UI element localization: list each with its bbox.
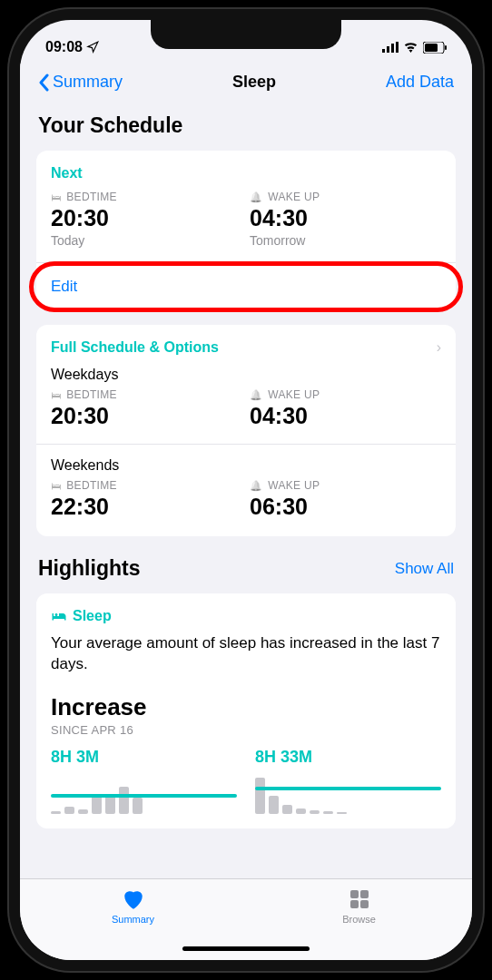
wake-label: WAKE UP (268, 191, 320, 203)
wake-value: 04:30 (250, 205, 441, 231)
full-schedule-link[interactable]: Full Schedule & Options › (51, 339, 441, 356)
highlight-text: Your average amount of sleep has increas… (51, 633, 441, 675)
increase-title: Increase (51, 693, 441, 721)
bell-icon (250, 191, 264, 203)
location-icon (86, 41, 99, 54)
grid-icon (349, 888, 370, 910)
schedule-title: Your Schedule (38, 113, 454, 138)
bell-icon (250, 388, 264, 401)
heart-icon (122, 888, 145, 910)
svg-rect-7 (350, 890, 359, 898)
full-schedule-card: Full Schedule & Options › Weekdays BEDTI… (36, 325, 456, 536)
back-label: Summary (53, 73, 123, 92)
nav-bar: Summary Sleep Add Data (20, 64, 472, 104)
bedtime-sub: Today (51, 233, 242, 248)
weekends-wake-value: 06:30 (250, 494, 441, 520)
tab-browse-label: Browse (342, 914, 376, 925)
sleep-chart: 8H 3M 8H 33M (51, 748, 441, 814)
chevron-right-icon: › (437, 339, 441, 356)
svg-rect-3 (396, 42, 399, 53)
wifi-icon (403, 42, 418, 53)
weekends-wake-label: WAKE UP (268, 479, 320, 492)
tab-bar: Summary Browse (20, 878, 472, 960)
chart-left-avg: 8H 3M (51, 748, 237, 767)
tab-summary-label: Summary (112, 914, 154, 925)
tab-summary[interactable]: Summary (97, 888, 170, 960)
bedtime-value: 20:30 (51, 205, 242, 231)
next-schedule-card: Next BEDTIME 20:30 Today WAKE UP 04:30 T… (36, 151, 456, 310)
svg-rect-9 (350, 900, 359, 908)
svg-rect-1 (387, 46, 389, 53)
weekdays-bedtime-value: 20:30 (51, 403, 242, 429)
weekends-label: Weekends (51, 457, 441, 474)
add-data-button[interactable]: Add Data (386, 73, 454, 92)
weekdays-label: Weekdays (51, 367, 441, 383)
bedtime-label: BEDTIME (66, 191, 116, 203)
back-button[interactable]: Summary (38, 73, 123, 92)
signal-icon (382, 42, 399, 53)
weekdays-bedtime-label: BEDTIME (66, 388, 116, 401)
battery-icon (423, 42, 447, 54)
status-time: 09:08 (45, 39, 83, 55)
svg-rect-10 (360, 900, 369, 908)
wake-sub: Tomorrow (250, 233, 441, 248)
weekends-bedtime-label: BEDTIME (66, 479, 116, 492)
bed-icon (51, 191, 63, 203)
highlight-card[interactable]: Sleep Your average amount of sleep has i… (36, 593, 456, 828)
full-schedule-label: Full Schedule & Options (51, 339, 219, 356)
edit-button[interactable]: Edit (51, 278, 441, 296)
weekdays-wake-label: WAKE UP (268, 388, 320, 401)
next-label: Next (51, 165, 441, 181)
highlights-title: Highlights (38, 556, 140, 581)
increase-since: SINCE APR 16 (51, 723, 441, 737)
tab-browse[interactable]: Browse (323, 888, 396, 960)
svg-rect-2 (391, 44, 394, 53)
svg-rect-0 (382, 49, 385, 53)
bed-icon (51, 388, 63, 401)
page-title: Sleep (232, 73, 276, 92)
chevron-left-icon (38, 74, 49, 92)
bed-icon (51, 479, 63, 492)
svg-rect-5 (425, 44, 438, 52)
home-indicator[interactable] (182, 946, 310, 951)
weekends-bedtime-value: 22:30 (51, 494, 242, 520)
weekdays-wake-value: 04:30 (250, 403, 441, 429)
show-all-button[interactable]: Show All (395, 560, 454, 578)
svg-rect-6 (445, 45, 447, 50)
chart-right-avg: 8H 33M (255, 748, 441, 767)
bed-icon (51, 610, 67, 622)
svg-rect-8 (360, 890, 369, 898)
sleep-category: Sleep (73, 608, 112, 624)
bell-icon (250, 479, 264, 492)
